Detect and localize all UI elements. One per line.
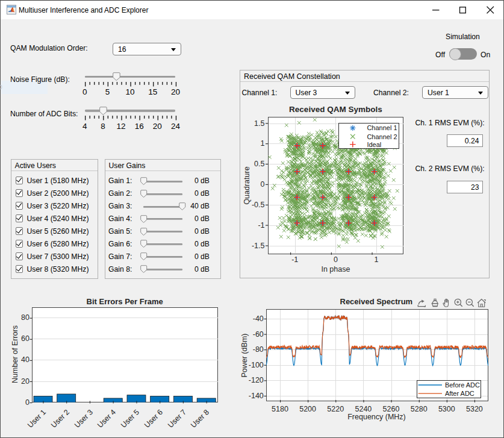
svg-text:After ADC: After ADC [445,390,474,397]
svg-text:Before ADC: Before ADC [445,381,480,388]
